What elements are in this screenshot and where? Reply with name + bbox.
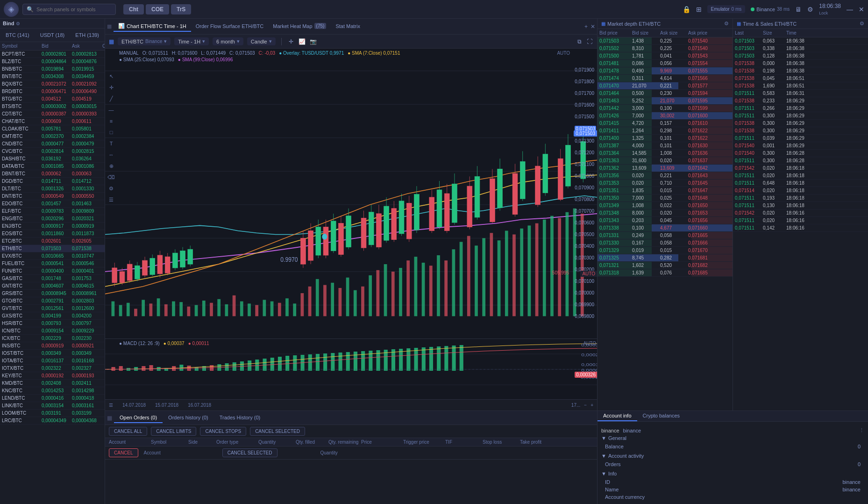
symbol-row[interactable]: ELF/BTC 0,0009783 0,0009809 1,89 [0, 208, 105, 215]
orders-tab-history[interactable]: Orders history (0) [163, 413, 214, 423]
ts-row[interactable]: 0,071538 0,000 18:06:38 [733, 60, 868, 67]
cancel-selected-btn-sub[interactable]: CANCEL SELECTED [222, 448, 277, 457]
ts-row[interactable]: 0,071511 0,193 18:06:18 [733, 194, 868, 202]
screenshot-icon[interactable]: 📷 [310, 38, 317, 45]
depth-row[interactable]: 0,071464 0,500 0,230 0,071594 [598, 90, 733, 97]
symbol-row[interactable]: DGD/BTC 0,014711 0,014712 1,72 [0, 178, 105, 185]
chart-tab-orderflow[interactable]: Order Flow Surface ETH/BTC [191, 22, 268, 32]
symbol-row[interactable]: GVT/BTC 0,0012561 0,0012600 2,60 [0, 305, 105, 312]
chart-controls-left[interactable]: ☰ [109, 403, 113, 408]
depth-row[interactable]: 0,071478 0,490 9,969 0,071555 [598, 67, 733, 75]
ts-row[interactable]: 0,071538 0,300 18:06:29 [733, 127, 868, 135]
line-tool[interactable]: ╱ [107, 94, 115, 103]
ts-row[interactable]: 0,071511 0,266 18:06:29 [733, 105, 868, 112]
cancel-selected-btn[interactable]: CANCEL SELECTED [250, 427, 305, 436]
zoom-plus-icon[interactable]: + [591, 403, 593, 408]
symbol-row[interactable]: GRS/BTC 0,00008945 0,00008961 1,24 [0, 290, 105, 297]
cancel-all-btn[interactable]: CANCEL ALL [109, 427, 147, 436]
depth-row[interactable]: 0,071353 0,020 0,710 0,071645 [598, 180, 733, 187]
symbol-row[interactable]: GNT/BTC 0,0004607 0,0004615 1,95 [0, 282, 105, 290]
depth-row[interactable]: 0,071321 1,602 0,520 0,071682 [598, 262, 733, 269]
symbol-row[interactable]: CMT/BTC 0,0002370 0,0002384 7,25 [0, 133, 105, 140]
account-menu-icon[interactable]: ⋮ [859, 427, 864, 433]
hline-tool[interactable]: — [107, 106, 115, 114]
symbol-group-btc[interactable]: BTC (141) [0, 30, 35, 40]
symbol-row[interactable]: CVC/BTC 0,0002814 0,0002815 4,80 [0, 148, 105, 155]
ts-row[interactable]: 0,071511 0,300 18:06:29 [733, 112, 868, 120]
symbol-row[interactable]: DATA/BTC 0,0001085 0,0001086 4,32 [0, 163, 105, 170]
symbol-row[interactable]: BNB/BTC 0,0019894 0,0019915 1,09 [0, 65, 105, 73]
symbol-row[interactable]: FUEL/BTC 0,0000541 0,0000546 4,21 [0, 260, 105, 267]
depth-row[interactable]: 0,071351 1,835 0,015 0,071647 [598, 187, 733, 194]
symbol-row[interactable]: ENJ/BTC 0,0000917 0,0000919 0,22 [0, 223, 105, 230]
depth-row[interactable]: 0,071411 1,264 0,298 0,071622 [598, 127, 733, 135]
symbol-row[interactable]: KMD/BTC 0,002408 0,002411 0,67 [0, 380, 105, 387]
ts-row[interactable]: 0,071503 0,063 18:06:38 [733, 37, 868, 45]
symbol-row[interactable]: ENG/BTC 0,0020296 0,0020321 6,08 [0, 215, 105, 223]
zoom-out-icon[interactable]: 17... [571, 403, 580, 408]
layout-icon[interactable]: ⊞ [696, 6, 702, 13]
box-tool[interactable]: □ [107, 128, 115, 137]
zoom-minus-icon[interactable]: − [584, 403, 587, 408]
depth-row[interactable]: 0,071470 21,070 0,221 0,071577 [598, 82, 733, 90]
symbol-row[interactable]: BTG/BTC 0,004512 0,004519 -0,94 [0, 95, 105, 103]
nav-tab-coe[interactable]: COE [146, 4, 169, 14]
ts-row[interactable]: 0,071511 0,583 18:06:31 [733, 90, 868, 97]
ts-row[interactable]: 0,071538 0,045 18:06:51 [733, 75, 868, 82]
ts-row[interactable]: 0,071503 0,128 18:06:38 [733, 52, 868, 60]
symbol-row[interactable]: CHAT/BTC 0,000609 0,000611 -8,28 [0, 118, 105, 125]
depth-row[interactable]: 0,071338 0,100 4,677 0,071660 [598, 224, 733, 232]
symbol-row[interactable]: ETC/BTC 0,002601 0,002605 -0,27 [0, 238, 105, 245]
depth-row[interactable]: 0,071426 7,000 30,002 0,071600 [598, 112, 733, 120]
depth-row[interactable]: 0,071481 0,086 0,056 0,071554 [598, 60, 733, 67]
ts-row[interactable]: 0,071542 0,020 18:06:16 [733, 209, 868, 217]
settings-tool[interactable]: ⚙ [107, 184, 115, 193]
settings-small-icon[interactable]: ⚙ [16, 21, 20, 26]
account-activity-header[interactable]: ▼ Account activity [601, 453, 864, 459]
depth-row[interactable]: 0,071349 1,008 0,022 0,071650 [598, 202, 733, 209]
nav-tab-trs[interactable]: TrS [171, 4, 191, 14]
symbol-row[interactable]: KNC/BTC 0,0014253 0,0014298 1,80 [0, 387, 105, 395]
symbol-row[interactable]: LEND/BTC 0,0000416 0,0000418 4,50 [0, 395, 105, 402]
ts-row[interactable]: 0,071503 0,338 18:06:38 [733, 45, 868, 52]
crosshair-tool[interactable]: ✛ [107, 83, 115, 92]
symbol-selector[interactable]: ETH/BTC Binance ▾ [118, 37, 171, 45]
ts-row[interactable]: 0,071540 0,001 18:06:29 [733, 142, 868, 150]
symbol-row[interactable]: DNT/BTC 0,0000549 0,0000550 -0,18 [0, 193, 105, 200]
ts-row[interactable]: 0,071514 0,020 18:06:18 [733, 187, 868, 194]
depth-row[interactable]: 0,071502 8,310 0,225 0,071540 [598, 45, 733, 52]
depth-row[interactable]: 0,071348 8,000 0,020 0,071653 [598, 209, 733, 217]
orders-tab-open[interactable]: Open Orders (0) [114, 413, 163, 423]
cursor-tool[interactable]: ↖ [107, 72, 115, 80]
account-tab-balances[interactable]: Crypto balances [637, 411, 686, 421]
chart-tab-heatmap[interactable]: Market Heat Map (75) [268, 21, 331, 32]
depth-row[interactable]: 0,071503 1,438 0,225 0,071540 [598, 37, 733, 45]
symbol-row[interactable]: ETH/BTC 0,071503 0,071538 1,71 [0, 245, 105, 252]
account-tab-info[interactable]: Account info [598, 411, 637, 421]
symbol-group-usdt[interactable]: USDT (18) [35, 30, 70, 40]
ts-row[interactable]: 0,071511 0,300 18:06:28 [733, 157, 868, 165]
close-icon[interactable]: ✕ [859, 6, 864, 13]
symbol-row[interactable]: GXS/BTC 0,004199 0,004200 2,51 [0, 312, 105, 320]
depth-row[interactable]: 0,071400 1,325 0,101 0,071622 [598, 135, 733, 142]
chart-type-selector[interactable]: Candle ▾ [247, 37, 276, 45]
depth-row[interactable]: 0,071356 0,020 0,221 0,071643 [598, 172, 733, 180]
cancel-limits-btn[interactable]: CANCEL LIMITS [151, 427, 196, 436]
symbol-row[interactable]: LINK/BTC 0,0003154 0,0003161 1,74 [0, 402, 105, 410]
ts-row[interactable]: 0,071511 0,020 18:06:16 [733, 217, 868, 224]
symbol-row[interactable]: LRC/BTC 0,00004349 0,00004368 4,12 [0, 417, 105, 425]
symbol-row[interactable]: BTS/BTC 0,00003002 0,00003015 9,28 [0, 103, 105, 110]
symbol-row[interactable]: INS/BTC 0,0000919 0,0000921 -3,46 [0, 342, 105, 350]
ts-row[interactable]: 0,071538 0,233 18:06:29 [733, 97, 868, 105]
symbol-row[interactable]: KEY/BTC 0,0000192 0,0000193 -3,50 [0, 372, 105, 380]
depth-row[interactable]: 0,071387 4,000 0,101 0,071630 [598, 142, 733, 150]
symbol-group-eth[interactable]: ETH (139) [70, 30, 105, 40]
symbol-row[interactable]: EDO/BTC 0,001457 0,001463 2,96 [0, 200, 105, 208]
cancel-stops-btn[interactable]: CANCEL STOPS [200, 427, 246, 436]
depth-row[interactable]: 0,071463 5,252 21,070 0,071595 [598, 97, 733, 105]
text-tool[interactable]: T [107, 139, 115, 148]
symbol-row[interactable]: FUN/BTC 0,0000400 0,0000401 1,52 [0, 267, 105, 275]
tab-close-icon[interactable]: ✕ [591, 23, 595, 30]
ts-row[interactable]: 0,071511 0,039 18:06:29 [733, 135, 868, 142]
account-exchange-selector[interactable]: binance binance ⋮ [601, 425, 864, 435]
